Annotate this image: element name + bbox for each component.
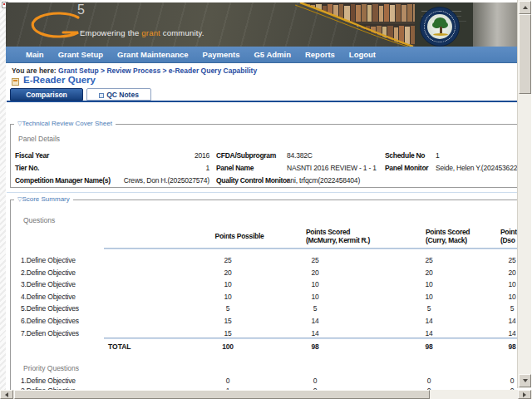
nav-item-grant-maintenance[interactable]: Grant Maintenance — [117, 50, 189, 59]
breadcrumb-link-review-process[interactable]: Review Process — [106, 66, 160, 75]
score-cell: 14 — [401, 329, 457, 337]
g5-logo-icon — [22, 8, 82, 42]
score-cell: 20 — [287, 268, 343, 277]
column-header-line1: Points Possible — [206, 233, 273, 241]
score-cell: 5 — [401, 304, 457, 313]
breadcrumb-link-e-reader-query-capability[interactable]: e-Reader Query Capability — [169, 66, 257, 75]
score-cell: 5 — [200, 304, 256, 313]
score-cell: 14 — [484, 317, 517, 325]
score-cell: 14 — [401, 317, 457, 325]
score-cell: 10 — [484, 280, 517, 288]
score-cell: 20 — [484, 268, 517, 277]
score-cell: 20 — [401, 268, 457, 277]
score-cell: 14 — [287, 329, 343, 337]
field-value-fiscal-year: 2016 — [116, 151, 209, 160]
column-header-scorer-3: Points Scored(Dso — [500, 229, 517, 244]
score-cell: 15 — [200, 317, 256, 325]
nav-item-g5-admin[interactable]: G5 Admin — [254, 50, 291, 59]
field-value-tier-no: 1 — [116, 164, 209, 172]
field-value-competition-manager-name-s: Crews, Don H.(2025027574) — [116, 176, 209, 185]
scroll-left-button[interactable] — [0, 390, 13, 399]
breadcrumb-separator: > — [160, 66, 169, 75]
score-cell: 10 — [287, 293, 343, 301]
total-label: TOTAL — [108, 342, 131, 351]
field-label-fiscal-year: Fiscal Year — [15, 151, 49, 160]
arrow-down-icon — [523, 379, 528, 382]
vertical-scrollbar-thumb[interactable] — [519, 14, 531, 94]
field-label-quality-control-monitor: Quality Control Monitor — [216, 176, 289, 185]
tab-underline — [7, 101, 517, 102]
field-label-competition-manager-name-s: Competition Manager Name(s) — [15, 176, 111, 185]
score-cell: 14 — [484, 329, 517, 337]
priority-questions-heading: Priority Questions — [23, 364, 79, 372]
score-cell: 14 — [287, 317, 343, 325]
horizontal-scrollbar[interactable] — [0, 390, 532, 399]
total-cell: 98 — [287, 342, 343, 351]
question-label: 6.Define Objectives — [21, 317, 79, 325]
field-label-panel-monitor: Panel Monitor — [385, 164, 428, 172]
nav-item-payments[interactable]: Payments — [203, 50, 240, 59]
department-of-education-seal — [420, 7, 460, 47]
field-label-schedule-no: Schedule No — [385, 151, 425, 160]
score-cell: 10 — [401, 280, 457, 288]
horizontal-scrollbar-thumb[interactable] — [14, 390, 430, 399]
banner-right-wall — [473, 2, 517, 47]
section-divider — [7, 192, 517, 193]
arrow-right-icon — [523, 392, 526, 397]
tab-qc-notes[interactable]: QC Notes — [86, 88, 151, 101]
score-cell: 10 — [200, 293, 256, 301]
priority-score-cell: 0 — [200, 377, 256, 385]
scroll-down-button[interactable] — [519, 374, 531, 387]
priority-score-cell: 0 — [484, 377, 517, 385]
question-label: 4.Define Objective — [21, 293, 76, 301]
nav-item-main[interactable]: Main — [26, 50, 44, 59]
question-label: 7.Defien Objectives — [21, 329, 79, 337]
score-cell: 10 — [401, 293, 457, 301]
column-header-points-possible: Points Possible — [206, 233, 273, 241]
score-summary-legend[interactable]: ▽Score Summary — [14, 195, 73, 203]
breadcrumb: You are here: Grant Setup > Review Proce… — [12, 66, 257, 75]
column-header-scorer-2: Points Scored(Curry, Mack) — [426, 229, 470, 244]
field-value-panel-monitor: Seide, Helen Y.(2024536223 — [436, 164, 517, 172]
column-header-line2: (Dso — [500, 237, 517, 245]
scroll-right-button[interactable] — [518, 390, 531, 399]
breadcrumb-link-grant-setup[interactable]: Grant Setup — [58, 66, 99, 75]
nav-item-reports[interactable]: Reports — [305, 50, 335, 59]
g5-logo-five: 5 — [77, 2, 85, 17]
questions-heading: Questions — [23, 216, 55, 224]
panel-details-heading: Panel Details — [18, 135, 60, 143]
e-reader-query-icon — [12, 78, 19, 86]
total-cell: 100 — [200, 342, 256, 351]
page-left-texture — [0, 0, 6, 391]
score-cell: 5 — [287, 304, 343, 313]
nav-item-grant-setup[interactable]: Grant Setup — [58, 50, 103, 59]
field-label-cfda-subprogram: CFDA/Subprogram — [216, 151, 276, 160]
page-title: E-Reader Query — [23, 75, 96, 85]
tab-comparison[interactable]: Comparison — [10, 88, 83, 101]
vertical-scrollbar[interactable] — [517, 0, 531, 388]
banner-tagline: Empowering the grant community. — [80, 28, 204, 37]
score-cell: 5 — [484, 304, 517, 313]
column-header-line2: (McMurry, Kermit R.) — [306, 237, 370, 245]
bookshelf-photo — [295, 2, 421, 47]
total-cell: 98 — [484, 342, 517, 351]
question-label: 2.Define Objective — [21, 268, 76, 277]
breadcrumb-path: Grant Setup > Review Process > e-Reader … — [58, 66, 257, 75]
scroll-up-button[interactable] — [519, 1, 531, 14]
arrow-left-icon — [5, 392, 8, 397]
seal-center — [427, 14, 452, 39]
score-cell: 10 — [484, 293, 517, 301]
cover-sheet-legend[interactable]: ▽Technical Review Cover Sheet — [14, 120, 116, 127]
score-cell: 25 — [484, 256, 517, 264]
priority-score-cell: 0 — [287, 377, 343, 385]
arrow-up-icon — [523, 6, 528, 9]
breadcrumb-separator: > — [99, 66, 107, 75]
banner: 5 Empowering the grant community. — [6, 2, 517, 47]
score-cell: 10 — [287, 280, 343, 288]
nav-item-logout[interactable]: Logout — [349, 50, 376, 59]
score-cell: 25 — [287, 256, 343, 264]
field-value-panel-name: NASNTI 2016 REVIEW - 1 - 1 — [287, 164, 377, 172]
field-label-panel-name: Panel Name — [216, 164, 254, 172]
score-cell: 25 — [200, 256, 256, 264]
question-label: 1.Define Objective — [21, 256, 76, 264]
